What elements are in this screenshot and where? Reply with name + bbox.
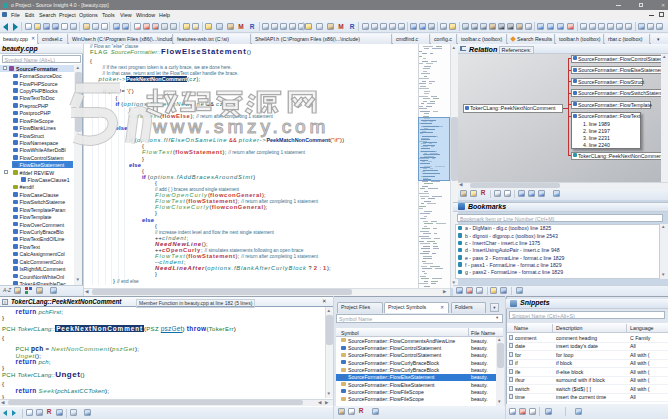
svg-text:www.smzy.com: www.smzy.com	[152, 116, 329, 137]
